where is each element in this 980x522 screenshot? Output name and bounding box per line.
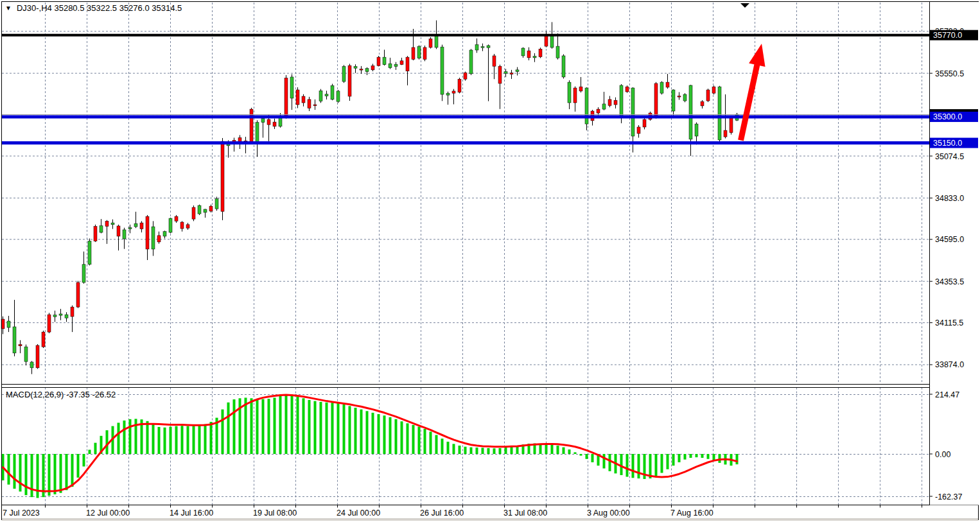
macd-bar bbox=[60, 454, 62, 493]
macd-bar bbox=[395, 419, 398, 454]
candle-body bbox=[325, 94, 328, 96]
macd-bar bbox=[620, 454, 623, 475]
macd-bar bbox=[8, 454, 10, 485]
macd-bar bbox=[626, 454, 629, 477]
candle-body bbox=[377, 57, 380, 65]
macd-bar bbox=[499, 448, 502, 454]
macd-bar bbox=[557, 446, 559, 454]
candle bbox=[626, 85, 629, 92]
macd-bar bbox=[407, 423, 409, 454]
candle-body bbox=[342, 66, 346, 82]
macd-bar bbox=[227, 403, 230, 454]
candle-body bbox=[163, 232, 166, 236]
macd-bar bbox=[279, 396, 282, 454]
candle-body bbox=[423, 48, 426, 59]
macd-bar bbox=[487, 448, 490, 454]
chart-title: ▼DJ30-,H4 35280.5 35322.5 35276.0 35314.… bbox=[5, 3, 182, 13]
macd-bar bbox=[193, 426, 195, 454]
candle bbox=[215, 196, 218, 211]
candle-body bbox=[678, 96, 681, 97]
resistance-35770-hline[interactable] bbox=[1, 34, 929, 37]
candle-body bbox=[204, 209, 207, 213]
macd-bar bbox=[326, 403, 328, 454]
macd-bar bbox=[441, 439, 444, 454]
macd-bar bbox=[274, 397, 276, 454]
candle-body bbox=[394, 64, 398, 66]
price-axis-label: 33874.0 bbox=[935, 360, 964, 369]
macd-bar bbox=[389, 417, 392, 454]
macd-bar bbox=[31, 454, 33, 497]
candle-body bbox=[573, 88, 577, 103]
macd-bar bbox=[170, 427, 172, 454]
macd-bar bbox=[123, 421, 126, 454]
macd-bar bbox=[707, 454, 710, 459]
candle bbox=[423, 46, 426, 61]
candle-body bbox=[267, 119, 270, 125]
candle bbox=[76, 281, 80, 308]
candle-body bbox=[319, 91, 322, 101]
price-axis-label: 35770.0 bbox=[933, 31, 962, 40]
macd-bar bbox=[435, 435, 438, 454]
candle-body bbox=[446, 93, 450, 95]
macd-bar bbox=[609, 454, 611, 471]
macd-bar bbox=[262, 399, 265, 454]
macd-bar bbox=[175, 426, 178, 454]
macd-bar bbox=[574, 452, 577, 454]
macd-bar bbox=[372, 413, 374, 454]
candle-body bbox=[19, 345, 22, 346]
candle-body bbox=[614, 100, 617, 105]
candle-body bbox=[256, 123, 259, 143]
candle bbox=[342, 65, 346, 83]
macd-bar bbox=[366, 411, 369, 454]
candle-body bbox=[597, 109, 600, 113]
candle bbox=[42, 331, 45, 348]
macd-bar bbox=[250, 398, 253, 454]
macd-bar bbox=[453, 444, 455, 454]
candle-body bbox=[273, 122, 276, 126]
bottom-strip bbox=[2, 518, 978, 521]
candle bbox=[429, 37, 432, 49]
candle-body bbox=[504, 72, 507, 74]
price-axis-label: 35150.0 bbox=[933, 139, 962, 148]
macd-bar bbox=[459, 446, 461, 454]
candle bbox=[706, 89, 710, 102]
macd-bar bbox=[505, 448, 507, 454]
candle-body bbox=[24, 347, 28, 361]
candle-body bbox=[654, 83, 658, 117]
macd-bar bbox=[401, 421, 403, 454]
macd-bar bbox=[447, 442, 450, 454]
macd-bar bbox=[603, 454, 606, 469]
candle bbox=[562, 54, 565, 78]
candle bbox=[192, 205, 195, 221]
candle-body bbox=[493, 56, 496, 66]
candle-body bbox=[337, 91, 340, 101]
candle-body bbox=[730, 117, 733, 133]
macd-bar bbox=[418, 427, 421, 454]
symbol-dropdown-triangle-icon[interactable]: ▼ bbox=[5, 4, 12, 12]
candle-body bbox=[712, 87, 715, 93]
candle-body bbox=[152, 227, 155, 249]
candle-body bbox=[94, 227, 97, 241]
candle-body bbox=[42, 332, 45, 347]
candle-body bbox=[458, 79, 461, 92]
candle-body bbox=[88, 241, 91, 265]
macd-bar bbox=[94, 443, 97, 454]
macd-bar bbox=[331, 403, 334, 454]
candle-body bbox=[100, 226, 103, 232]
candle-body bbox=[562, 56, 565, 77]
macd-bar bbox=[551, 444, 554, 454]
candle-body bbox=[111, 223, 114, 225]
candle-body bbox=[643, 119, 646, 127]
candle-body bbox=[261, 119, 265, 123]
candle-body bbox=[435, 36, 438, 48]
candle-body bbox=[660, 82, 663, 93]
price-scale[interactable]: 35792.035550.535074.534833.034595.034353… bbox=[929, 2, 979, 505]
chart-canvas[interactable]: 35792.035550.535074.534833.034595.034353… bbox=[0, 0, 980, 522]
macd-bar bbox=[233, 399, 236, 454]
candle-body bbox=[429, 39, 432, 48]
macd-bar bbox=[580, 454, 582, 456]
level-35300-hline[interactable] bbox=[1, 115, 929, 118]
macd-bar bbox=[591, 454, 594, 462]
candle-body bbox=[539, 49, 542, 57]
support-35150-hline[interactable] bbox=[1, 141, 929, 144]
